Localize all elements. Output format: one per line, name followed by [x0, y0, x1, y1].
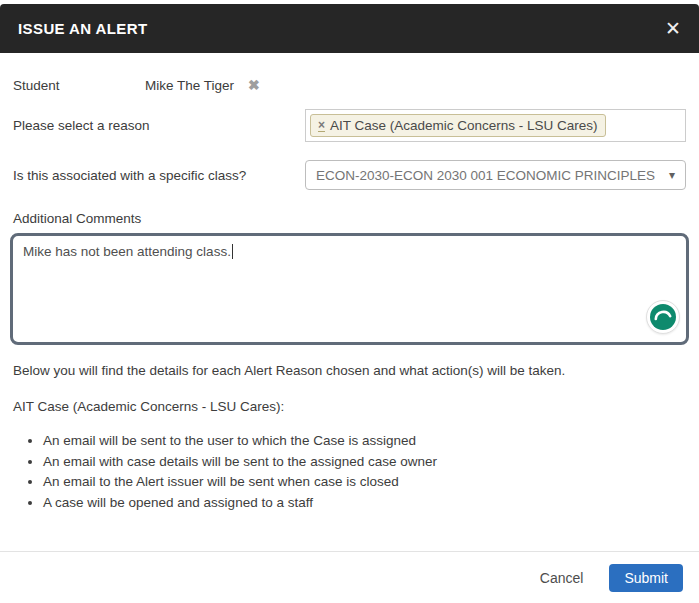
text-cursor	[232, 244, 233, 259]
reason-label: Please select a reason	[13, 118, 305, 133]
cancel-button[interactable]: Cancel	[540, 570, 584, 586]
student-name: Mike The Tiger	[145, 78, 234, 93]
student-label: Student	[13, 78, 145, 93]
class-row: Is this associated with a specific class…	[13, 160, 686, 190]
chevron-down-icon: ▾	[669, 168, 675, 182]
reason-heading: AIT Case (Academic Concerns - LSU Cares)…	[13, 399, 686, 414]
reason-chip: × AIT Case (Academic Concerns - LSU Care…	[310, 114, 606, 137]
details-intro: Below you will find the details for each…	[13, 362, 686, 380]
remove-student-icon[interactable]: ✖	[248, 77, 260, 93]
list-item: An email will be sent to the user to whi…	[43, 431, 686, 452]
class-label: Is this associated with a specific class…	[13, 168, 305, 183]
modal-header: ISSUE AN ALERT ✕	[0, 4, 699, 53]
modal-title: ISSUE AN ALERT	[18, 20, 148, 37]
issue-alert-modal: ISSUE AN ALERT ✕ Student Mike The Tiger …	[0, 0, 699, 603]
comments-text: Mike has not been attending class.	[23, 244, 231, 259]
modal-footer: Cancel Submit	[0, 551, 699, 603]
student-row: Student Mike The Tiger ✖	[13, 77, 686, 93]
modal-body: Student Mike The Tiger ✖ Please select a…	[0, 77, 699, 513]
actions-list: An email will be sent to the user to whi…	[13, 431, 686, 513]
list-item: An email with case details will be sent …	[43, 452, 686, 473]
remove-reason-icon[interactable]: ×	[318, 119, 325, 132]
grammarly-icon[interactable]	[646, 300, 680, 334]
comments-label: Additional Comments	[13, 211, 686, 226]
class-select[interactable]: ECON-2030-ECON 2030 001 ECONOMIC PRINCIP…	[305, 160, 686, 190]
reason-multiselect[interactable]: × AIT Case (Academic Concerns - LSU Care…	[305, 109, 686, 142]
list-item: An email to the Alert issuer will be sen…	[43, 472, 686, 493]
class-select-value: ECON-2030-ECON 2030 001 ECONOMIC PRINCIP…	[316, 168, 655, 183]
submit-button[interactable]: Submit	[609, 564, 683, 592]
close-icon[interactable]: ✕	[665, 19, 681, 38]
reason-row: Please select a reason × AIT Case (Acade…	[13, 109, 686, 142]
list-item: A case will be opened and assigned to a …	[43, 493, 686, 514]
reason-chip-label: AIT Case (Academic Concerns - LSU Cares)	[330, 118, 598, 133]
additional-comments-textarea[interactable]: Mike has not been attending class.	[10, 233, 689, 345]
